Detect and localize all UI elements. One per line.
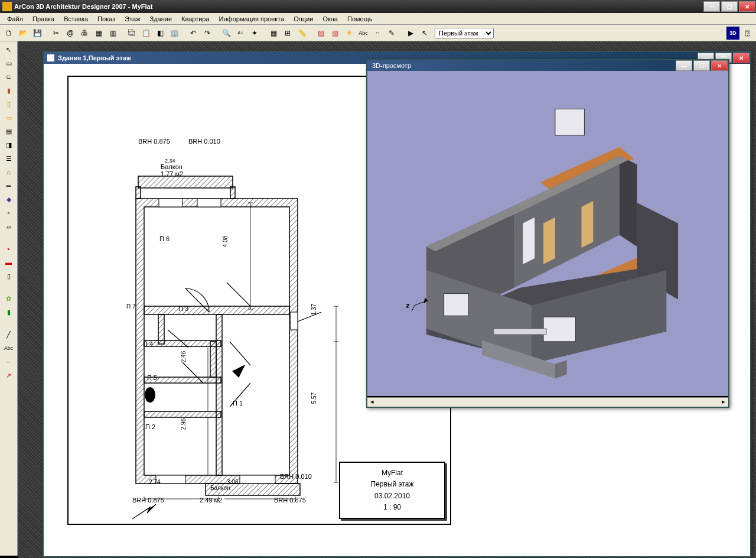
edit2-icon[interactable]: ✎ [385,27,398,40]
new-icon[interactable]: 🗋 [2,27,15,40]
arrow-icon[interactable]: ▶ [404,27,417,40]
menu-insert[interactable]: Вставка [59,14,93,24]
object-tool-icon[interactable]: ◆ [2,193,15,205]
svg-rect-45 [494,329,546,335]
preview-minimize-button[interactable]: — [676,60,692,71]
menu-edit[interactable]: Правка [28,14,59,24]
building-icon[interactable]: 🏢 [168,27,181,40]
close-button[interactable]: ✕ [739,1,755,12]
dim-2-96: 2.96 [180,418,187,430]
svg-rect-5 [144,340,221,346]
app-titlebar: ArCon 3D Architektur Designer 2007 - MyF… [0,0,756,13]
preview-3d-scrollbar[interactable]: ◂ ▸ [367,397,728,407]
svg-rect-4 [144,306,289,314]
menu-projectinfo[interactable]: Информация проекта [214,14,289,24]
save-icon[interactable]: 💾 [31,27,44,40]
help-icon[interactable]: ⍰ [741,27,754,40]
red1-tool-icon[interactable]: ▪ [2,243,15,255]
preview-icon[interactable]: ▦ [92,27,105,40]
compass-icon[interactable]: ✦ [248,27,261,40]
north-tool-icon[interactable]: ↗ [2,369,15,381]
menu-windows[interactable]: Окна [318,14,343,24]
render2-icon[interactable]: ▧ [328,27,341,40]
brh-top-1: BRH 0.875 [138,138,170,145]
door-tool-icon[interactable]: ◨ [2,139,15,151]
svg-rect-13 [197,199,221,207]
cut-icon[interactable]: ✂ [50,27,63,40]
pointer-icon[interactable]: ↖ [418,27,431,40]
room-p3: П 3 [178,305,188,312]
redo-icon[interactable]: ↷ [201,27,214,40]
floor-select[interactable]: Первый этаж [435,28,494,38]
dimension-tool-icon[interactable]: ↔ [2,356,15,368]
print-icon[interactable]: 🖶 [78,27,91,40]
support-tool-icon[interactable]: ▮ [2,85,15,96]
mdi-area: Здание 1,Первый этаж — ☐ ✕ MyFlat Первый… [18,41,756,558]
fence-tool-icon[interactable]: ▮ [2,306,15,318]
balcony-top-area: 1.77 м2 [161,170,183,177]
minimize-button[interactable]: — [703,1,720,12]
preview-3d-viewport[interactable]: z [367,71,728,396]
window-tool-icon[interactable]: ▤ [2,125,15,137]
dim-5-57: 5.57 [311,392,317,404]
snap-icon[interactable]: ⊞ [281,27,294,40]
outline-tool-icon[interactable]: ▯ [2,270,15,282]
brh-bot-3: BRH 0.875 [274,497,306,504]
line-tool-icon[interactable]: ╱ [2,329,15,340]
menu-file[interactable]: Файл [2,14,28,24]
render1-icon[interactable]: ▨ [314,27,327,40]
menu-apartment[interactable]: Квартира [177,14,214,24]
stairs-tool-icon[interactable]: ☰ [2,153,15,164]
brh-top-2: BRH 0.010 [188,138,220,145]
beam-tool-icon[interactable]: ═ [2,180,15,192]
balcony-bot-label: Балкон [210,485,230,491]
mode-3d-button[interactable]: 3D [726,27,739,40]
floor-tool-icon[interactable]: ▫ [2,207,15,219]
red2-tool-icon[interactable]: ▬ [2,257,15,268]
room-p5: П 5 [147,374,157,381]
zoom-icon[interactable]: 🔍 [220,27,233,40]
ruler-icon[interactable]: 📏 [295,27,308,40]
label-icon[interactable]: Abc [357,27,370,40]
menu-floor[interactable]: Этаж [120,14,145,24]
layer-icon[interactable]: ◧ [154,27,167,40]
menu-building[interactable]: Здание [145,14,177,24]
preview-maximize-button[interactable]: ☐ [693,60,710,71]
copy-icon[interactable]: ⿻ [125,27,138,40]
wall-tool-icon[interactable]: ▭ [2,57,15,69]
slab-tool-icon[interactable]: ▭ [2,112,15,124]
chimney-tool-icon[interactable]: ▯ [2,98,15,110]
undo-icon[interactable]: ↶ [187,27,200,40]
menu-show[interactable]: Показ [93,14,120,24]
zoom-text-icon[interactable]: A↕ [234,27,247,40]
svg-rect-8 [216,314,222,475]
arc-tool-icon[interactable]: ⊂ [2,71,15,83]
menu-help[interactable]: Помощь [343,14,377,24]
preview-3d-titlebar[interactable]: 3D-просмотр — ☐ ✕ [367,60,728,71]
mail-icon[interactable]: @ [64,27,77,40]
svg-rect-1 [138,176,233,188]
svg-marker-49 [523,218,535,264]
roof-tool-icon[interactable]: ⌂ [2,166,15,178]
preview-close-button[interactable]: ✕ [711,60,728,71]
sun-icon[interactable]: ☀ [343,27,356,40]
window-controls: — ☐ ✕ [703,1,756,12]
maximize-button[interactable]: ☐ [721,1,738,12]
select-tool-icon[interactable]: ↖ [2,44,15,56]
dim-icon[interactable]: ↔ [371,27,384,40]
plan-close-button[interactable]: ✕ [733,53,750,63]
room-p6: П 6 [159,235,170,242]
plot-icon[interactable]: ▥ [106,27,119,40]
paste-icon[interactable]: 📋 [139,27,152,40]
open-icon[interactable]: 📂 [17,27,30,40]
svg-marker-39 [620,156,637,247]
menu-options[interactable]: Опции [289,14,318,24]
grid-icon[interactable]: ▦ [267,27,280,40]
app-title: ArCon 3D Architektur Designer 2007 - MyF… [14,3,152,10]
text-tool-icon[interactable]: Abc [2,342,15,354]
svg-rect-2 [136,187,141,199]
garden-tool-icon[interactable]: ✿ [2,293,15,304]
svg-rect-10 [210,342,216,377]
terrain-tool-icon[interactable]: ▱ [2,220,15,232]
svg-rect-12 [159,199,183,207]
